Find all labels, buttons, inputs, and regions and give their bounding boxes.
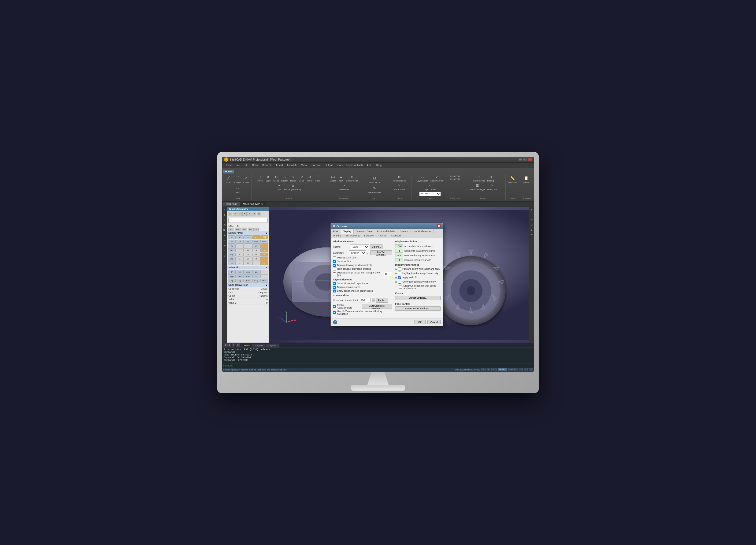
tab-start-page[interactable]: Start Page	[223, 202, 240, 206]
autocomplete-settings-button[interactable]: AutoComplete Settings...	[362, 304, 392, 309]
tool-trim[interactable]: ✂ Trim	[276, 183, 283, 191]
key-0[interactable]: 0	[244, 261, 252, 265]
key-div[interactable]: ÷	[260, 244, 268, 248]
sci-addg[interactable]: +=g	[252, 279, 260, 283]
polyline-segments-input[interactable]	[395, 249, 403, 253]
calc-tb-x[interactable]: ✕	[242, 212, 247, 216]
key-2[interactable]: 2	[244, 257, 252, 261]
right-tool-3[interactable]: ⊡	[529, 218, 534, 223]
key-8[interactable]: 8	[244, 248, 252, 252]
tab-drawing[interactable]: Mech Part.dwg* ✕	[240, 202, 266, 206]
tool-multileader[interactable]: ↗ Multileader	[338, 183, 350, 191]
cancel-button[interactable]: Cancel	[427, 320, 441, 324]
menu-express[interactable]: Express Tools	[345, 163, 365, 167]
tab-layout1[interactable]: Layout1	[253, 344, 265, 347]
maximize-button[interactable]: □	[523, 158, 527, 161]
colors-button[interactable]: Colors...	[370, 244, 383, 249]
menu-home[interactable]: Home	[223, 163, 234, 167]
left-tool-1[interactable]: ↖	[222, 207, 227, 212]
tool-groupmanager[interactable]: ☰ Group Manager	[469, 183, 486, 191]
right-tool-2[interactable]: −	[529, 213, 534, 217]
right-tool-5[interactable]: ⊕	[529, 228, 534, 233]
dialog-tab-userprefs[interactable]: User Preferences	[410, 229, 434, 233]
dialog-tab-drafting[interactable]: Drafting	[331, 233, 344, 238]
highlight-checkbox[interactable]	[398, 272, 401, 275]
layer-delete[interactable]: ✕ Layer Delete	[423, 183, 437, 191]
sci-cos[interactable]: cos	[244, 270, 252, 274]
key-pi[interactable]: π	[236, 235, 244, 239]
tool-stretch[interactable]: ⤡ Stretch	[280, 175, 289, 183]
drawingcontrols-checkbox[interactable]	[333, 264, 336, 267]
tooltips-checkbox[interactable]	[333, 260, 336, 263]
tab-layout2[interactable]: Layout2	[266, 344, 278, 347]
menu-view[interactable]: View	[299, 163, 309, 167]
tab-close-icon[interactable]: ✕	[261, 203, 263, 206]
key-mult[interactable]: ×	[244, 235, 252, 239]
key-decimal[interactable]: .	[252, 261, 260, 265]
key-1[interactable]: 1	[236, 257, 244, 261]
key-9[interactable]: 9	[252, 248, 260, 252]
cmdlines-up[interactable]: ▲	[372, 298, 375, 300]
tool-insert[interactable]: ⊡ Insert Block	[368, 175, 381, 184]
key-mod[interactable]: mod	[260, 240, 268, 244]
dialog-tab-profiles[interactable]: Profiles	[376, 233, 389, 238]
updown-checkbox[interactable]	[333, 311, 336, 314]
key-factorial[interactable]: n!	[252, 244, 260, 248]
papersheet-checkbox[interactable]	[333, 290, 336, 292]
left-tool-8[interactable]: ⊞	[222, 243, 227, 248]
menu-insert[interactable]: Insert	[275, 163, 284, 167]
minimize-button[interactable]: —	[518, 158, 522, 161]
nav-next-next[interactable]: ▶|	[236, 343, 240, 347]
menu-aec[interactable]: AEC	[365, 163, 374, 167]
nav-prev-prev[interactable]: |◀	[223, 343, 227, 347]
layer-match[interactable]: ⊶ Layer Match	[416, 175, 429, 183]
key-5[interactable]: 5	[244, 253, 252, 257]
sci-tan[interactable]: tan	[252, 270, 260, 274]
key-10x[interactable]: 10ˣ	[228, 248, 236, 252]
fonts-button[interactable]: Fonts...	[376, 298, 388, 303]
dialog-tab-clipboard[interactable]: Clipboard	[389, 233, 404, 238]
calc-tb-o[interactable]: ○	[247, 212, 251, 216]
menu-file[interactable]: File	[234, 163, 242, 167]
key-recip[interactable]: ¹/x	[236, 240, 244, 244]
key-ln[interactable]: ln	[228, 261, 236, 265]
key-exp[interactable]: exp	[252, 240, 260, 244]
key-2n[interactable]: 2ⁿ	[228, 235, 236, 239]
left-tool-3[interactable]: ↗	[222, 218, 227, 223]
tool-rectarray[interactable]: ⊞ Rectangular Array	[284, 183, 302, 191]
calculator-display[interactable]	[228, 218, 268, 223]
entity-smoothness-input[interactable]	[395, 254, 403, 257]
model-btn[interactable]: MODEL	[498, 368, 507, 371]
nav-next[interactable]: ▶	[232, 343, 235, 347]
tool-edit-attribs[interactable]: ✎ Edit Attributes	[367, 185, 382, 194]
layer-selector[interactable]: BYLAYER	[419, 192, 441, 196]
theme-selector[interactable]: Dark	[350, 244, 369, 249]
tool-scale[interactable]: ⤢ Scale	[298, 175, 305, 183]
sci-abs2[interactable]: |x|	[228, 279, 236, 283]
key-mult2[interactable]: ×	[260, 248, 268, 252]
3d-viewport[interactable]: X Y Z ⚙ Options	[269, 207, 529, 343]
arc-smoothness-input[interactable]	[395, 244, 403, 248]
tool-polyline[interactable]: ⌒ Polyline	[233, 175, 242, 184]
sci-csc[interactable]: csc	[244, 274, 252, 278]
tool-rotate[interactable]: ↻ Rotate	[289, 175, 297, 183]
language-dots[interactable]: ...	[367, 251, 369, 254]
menu-draw3d[interactable]: Draw 3D	[260, 163, 274, 167]
tool-measure[interactable]: 📏 Measure	[507, 175, 517, 184]
dragsilhouettes-checkbox[interactable]	[399, 285, 402, 289]
calc-tb-q[interactable]: ?	[252, 212, 256, 216]
language-selector[interactable]: English	[349, 250, 366, 255]
transparency-checkbox[interactable]	[333, 272, 336, 275]
fade-settings-button[interactable]: Fade Control Settings...	[395, 306, 441, 311]
sci-abs3[interactable]: |x|	[236, 279, 244, 283]
tool-createblock[interactable]: ⊞ Create Block	[392, 175, 406, 183]
snap-btn[interactable]: ⊞	[481, 368, 486, 371]
highcontrast-checkbox[interactable]	[333, 268, 336, 270]
menu-help[interactable]: Help	[375, 163, 383, 167]
right-tool-6[interactable]: ☰	[529, 233, 534, 238]
key-4[interactable]: 4	[236, 253, 244, 257]
key-logx[interactable]: logₓ	[228, 253, 236, 257]
dialog-tab-display[interactable]: Display	[340, 229, 354, 234]
solidfill-checkbox[interactable]	[398, 276, 401, 279]
ok-button[interactable]: OK	[414, 320, 426, 324]
